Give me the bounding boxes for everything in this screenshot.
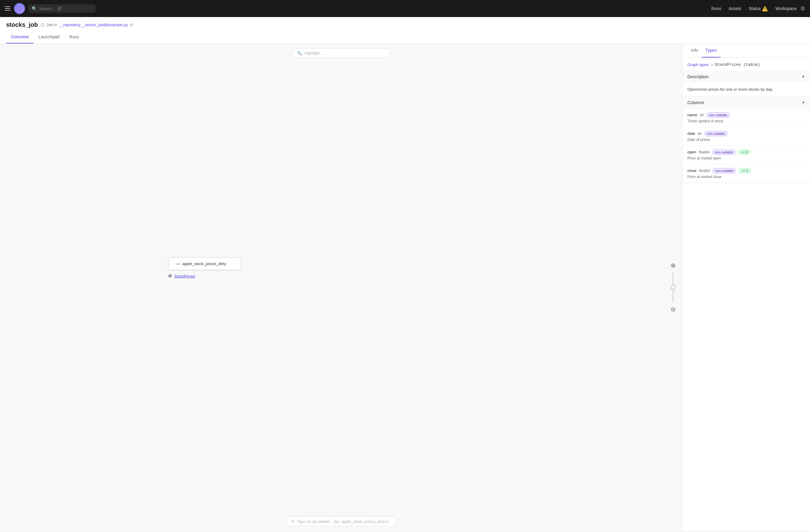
description-chevron: ▼	[801, 75, 805, 79]
breadcrumb-current: StockPrices (table)	[715, 62, 760, 67]
description-section-body: Open/close prices for one or more stocks…	[682, 83, 810, 96]
graph-area: 🔍 Highlight... ⊶ apple_stock_prices_dirt…	[0, 44, 682, 531]
global-search[interactable]: 🔍 Search... /	[29, 4, 96, 13]
tab-overview[interactable]: Overview	[6, 32, 33, 44]
col-close-type: float64	[699, 168, 710, 173]
description-text: Open/close prices for one or more stocks…	[687, 86, 805, 93]
highlight-placeholder: Highlight...	[304, 51, 323, 55]
col-date-type: str	[697, 131, 701, 136]
panel-tabs: Info Types	[682, 44, 810, 58]
description-section-header[interactable]: Description ▼	[682, 70, 810, 83]
col-open-badge-nonnullable: non-nullable	[712, 149, 736, 155]
highlight-bar: 🔍 Highlight...	[292, 48, 390, 58]
topnav: 🔍 Search... / Runs Assets Status ⚠️ Work…	[0, 0, 810, 17]
op-subset-bar: ✳ Type an op subset... (ex: apple_stock_…	[286, 516, 396, 526]
graph-node-container: ⊶ apple_stock_prices_dirty StockPrices	[168, 257, 241, 278]
col-open-label: open	[687, 150, 696, 154]
col-date-desc: Date of prices	[687, 138, 805, 142]
columns-section: Columns ▼ name str non-nullable Ticker s…	[682, 96, 810, 183]
zoom-slider-thumb[interactable]	[671, 285, 676, 290]
col-close-label: close	[687, 168, 697, 173]
highlight-input[interactable]: 🔍 Highlight...	[292, 48, 390, 58]
runs-link[interactable]: Runs	[711, 6, 722, 11]
columns-section-header[interactable]: Columns ▼	[682, 96, 810, 109]
breadcrumb-parent[interactable]: Graph types	[687, 62, 709, 67]
job-meta: ⬡ Job in __repository__stocks_job@exampl…	[41, 22, 133, 27]
graph-node[interactable]: ⊶ apple_stock_prices_dirty	[168, 257, 241, 270]
zoom-out-button[interactable]: ⊖	[669, 305, 677, 313]
settings-icon[interactable]: ⚙	[800, 5, 805, 12]
panel-tab-types[interactable]: Types	[702, 44, 720, 58]
description-section: Description ▼ Open/close prices for one …	[682, 70, 810, 96]
search-placeholder: Search...	[39, 6, 55, 11]
subheader: stocks_job ⬡ Job in __repository__stocks…	[0, 17, 810, 44]
highlight-search-icon: 🔍	[297, 51, 302, 55]
col-name-type: str	[700, 113, 704, 117]
col-open-type: float64	[699, 150, 710, 154]
type-dot	[168, 274, 172, 278]
right-panel: Info Types Graph types > StockPrices (ta…	[682, 44, 810, 531]
tab-runs[interactable]: Runs	[65, 32, 84, 44]
col-name-badge-nonnullable: non-nullable	[706, 112, 730, 118]
type-badge[interactable]: StockPrices	[174, 274, 195, 278]
zoom-controls: ⊕ ⊖	[669, 261, 677, 313]
col-open-badge-gte0: >= 0	[738, 149, 750, 155]
menu-icon[interactable]	[5, 6, 10, 11]
column-item-name: name str non-nullable Ticker symbol of s…	[682, 109, 810, 127]
col-close-badge-gte0: >= 0	[739, 168, 751, 174]
col-close-badge-nonnullable: non-nullable	[712, 168, 736, 174]
tab-launchpad[interactable]: Launchpad	[33, 32, 64, 44]
column-item-date: date str non-nullable Date of prices	[682, 127, 810, 146]
search-kbd: /	[58, 6, 62, 11]
logo-icon	[14, 3, 25, 14]
description-label: Description	[687, 74, 709, 79]
assets-link[interactable]: Assets	[729, 6, 742, 11]
panel-breadcrumb: Graph types > StockPrices (table)	[682, 58, 810, 70]
page-tabs: Overview Launchpad Runs	[6, 32, 804, 43]
node-name: apple_stock_prices_dirty	[182, 261, 226, 266]
col-name-desc: Ticker symbol of stock	[687, 119, 805, 123]
col-name-label: name	[687, 113, 697, 117]
breadcrumb-separator: >	[711, 62, 713, 67]
status-label: Status	[749, 6, 761, 11]
col-date-badge-nonnullable: non-nullable	[704, 131, 728, 136]
column-item-close: close float64 non-nullable >= 0 Price at…	[682, 164, 810, 182]
job-title: stocks_job	[6, 21, 38, 28]
op-subset-input[interactable]: ✳ Type an op subset... (ex: apple_stock_…	[286, 516, 396, 526]
col-date-label: date	[687, 131, 695, 136]
topnav-links: Runs Assets Status ⚠️ Workspace	[711, 6, 797, 12]
op-subset-placeholder: Type an op subset... (ex: apple_stock_pr…	[297, 519, 389, 524]
job-dag-icon: ⬡	[41, 22, 45, 27]
col-open-desc: Price at market open	[687, 156, 805, 160]
main-content: 🔍 Highlight... ⊶ apple_stock_prices_dirt…	[0, 44, 810, 531]
warning-icon: ⚠️	[762, 6, 768, 12]
refresh-icon[interactable]: ↺	[130, 22, 133, 27]
panel-tab-info[interactable]: Info	[687, 44, 702, 58]
status-link[interactable]: Status ⚠️	[749, 6, 768, 12]
zoom-slider-track	[673, 272, 674, 303]
job-meta-prefix: Job in	[46, 22, 57, 27]
job-repo-link[interactable]: __repository__stocks_job@example.py	[59, 22, 128, 27]
op-subset-icon: ✳	[291, 519, 294, 524]
workspace-link[interactable]: Workspace	[775, 6, 797, 11]
search-icon: 🔍	[32, 6, 37, 11]
col-close-desc: Price at market close	[687, 175, 805, 179]
zoom-in-button[interactable]: ⊕	[669, 261, 677, 270]
column-item-open: open float64 non-nullable >= 0 Price at …	[682, 146, 810, 164]
op-icon: ⊶	[176, 261, 180, 266]
columns-label: Columns	[687, 100, 704, 105]
columns-chevron: ▼	[801, 100, 805, 105]
